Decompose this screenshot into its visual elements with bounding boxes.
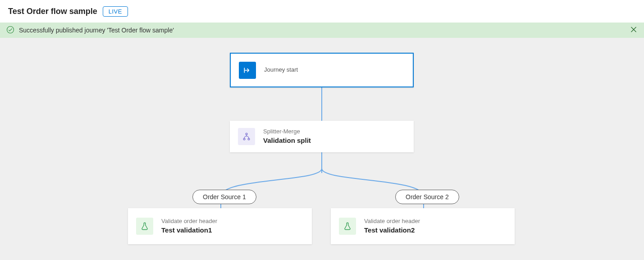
branch1-node[interactable]: Validate order header Test validation1 <box>128 208 312 244</box>
svg-point-6 <box>248 138 250 140</box>
branch1-name-label: Test validation1 <box>161 225 217 235</box>
flask-icon <box>136 218 153 235</box>
flow-canvas[interactable]: Journey start Splitter-Merge Validation … <box>0 38 644 260</box>
page-header: Test Order flow sample LIVE <box>0 0 644 23</box>
svg-point-5 <box>243 138 245 140</box>
branch1-type-label: Validate order header <box>161 218 217 225</box>
status-badge: LIVE <box>103 6 128 17</box>
split-name-label: Validation split <box>263 136 311 145</box>
branch-pill-2[interactable]: Order Source 2 <box>395 190 459 204</box>
split-type-label: Splitter-Merge <box>263 128 311 136</box>
branch-pill-1[interactable]: Order Source 1 <box>192 190 256 204</box>
alert-message: Successfully published journey 'Test Ord… <box>19 27 174 34</box>
check-circle-icon <box>6 26 14 35</box>
svg-point-0 <box>7 26 14 33</box>
flask-icon <box>339 218 356 235</box>
journey-title: Test Order flow sample <box>8 7 97 16</box>
branch2-node[interactable]: Validate order header Test validation2 <box>331 208 515 244</box>
close-icon[interactable] <box>630 26 638 35</box>
branch2-type-label: Validate order header <box>364 218 420 225</box>
branch-icon <box>238 128 255 145</box>
svg-point-4 <box>246 133 247 135</box>
start-label: Journey start <box>264 66 298 74</box>
start-icon <box>239 62 256 79</box>
branch2-name-label: Test validation2 <box>364 225 420 235</box>
success-alert: Successfully published journey 'Test Ord… <box>0 23 644 38</box>
journey-start-node[interactable]: Journey start <box>230 53 414 87</box>
split-node[interactable]: Splitter-Merge Validation split <box>230 121 414 152</box>
